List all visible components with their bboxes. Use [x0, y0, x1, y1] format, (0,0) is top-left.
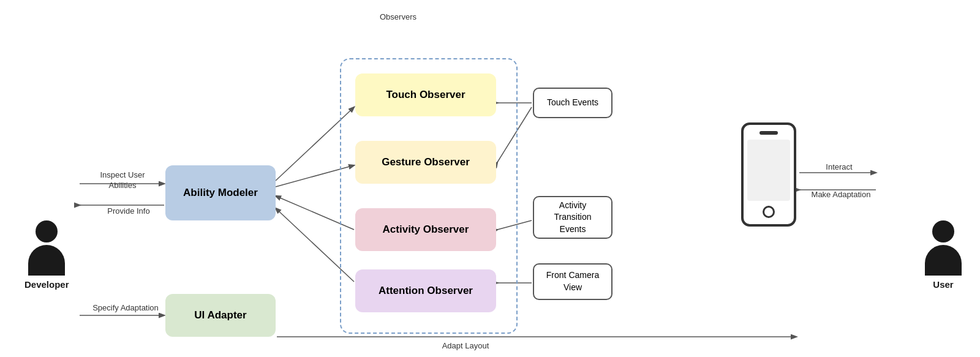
make-adaptation-label: Make Adaptation	[807, 190, 875, 200]
ability-modeler-box: Ability Modeler	[165, 165, 276, 220]
specify-adaptation-label: Specify Adaptation	[89, 303, 162, 314]
phone-button	[763, 206, 775, 218]
activity-observer-label: Activity Observer	[383, 223, 469, 236]
adapt-layout-label: Adapt Layout	[429, 341, 502, 351]
phone-device	[741, 122, 796, 227]
touch-events-box: Touch Events	[533, 88, 612, 118]
user-head	[932, 220, 954, 242]
touch-events-label: Touch Events	[547, 97, 598, 109]
activity-events-label: Activity Transition Events	[540, 200, 605, 236]
gesture-observer-box: Gesture Observer	[355, 141, 496, 184]
inspect-user-abilities-label: Inspect User Abilities	[86, 170, 159, 191]
front-camera-label: Front Camera View	[540, 269, 605, 293]
front-camera-box: Front Camera View	[533, 263, 612, 300]
observers-title: Observers	[380, 12, 417, 23]
activity-observer-box: Activity Observer	[355, 208, 496, 251]
touch-observer-label: Touch Observer	[386, 88, 465, 102]
interact-label: Interact	[809, 162, 870, 173]
touch-observer-box: Touch Observer	[355, 73, 496, 116]
diagram-container: Observers Developer User Ability Modeler…	[0, 0, 980, 357]
phone-speaker	[760, 131, 778, 135]
ui-adapter-box: UI Adapter	[165, 294, 276, 337]
developer-head	[36, 220, 58, 242]
ui-adapter-label: UI Adapter	[194, 309, 246, 322]
ability-modeler-label: Ability Modeler	[183, 186, 258, 200]
developer-body	[28, 245, 65, 276]
activity-events-box: Activity Transition Events	[533, 196, 612, 239]
developer-label: Developer	[24, 279, 69, 290]
gesture-observer-label: Gesture Observer	[382, 156, 470, 169]
developer-person: Developer	[24, 220, 69, 290]
phone-screen	[747, 140, 790, 201]
user-label: User	[933, 279, 953, 290]
attention-observer-box: Attention Observer	[355, 269, 496, 312]
provide-info-label: Provide Info	[92, 206, 165, 217]
user-person: User	[925, 220, 962, 290]
attention-observer-label: Attention Observer	[379, 284, 473, 298]
user-body	[925, 245, 962, 276]
